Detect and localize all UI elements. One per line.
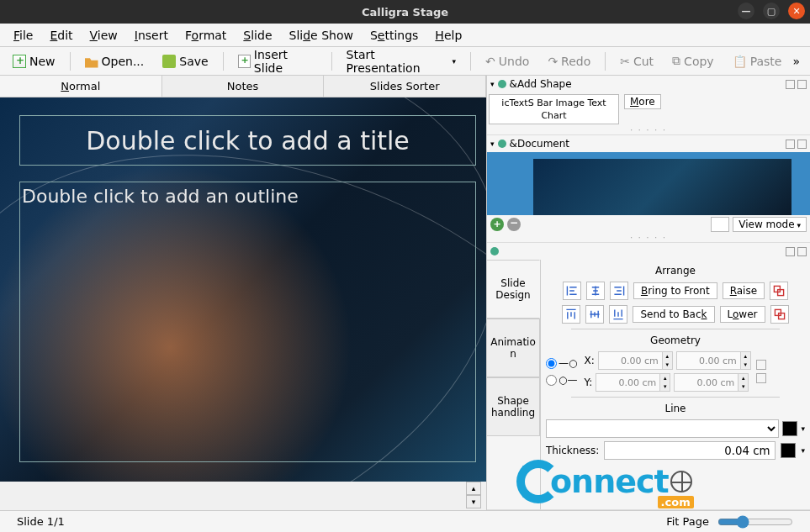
menu-file[interactable]: File bbox=[5, 25, 41, 45]
align-left-button[interactable] bbox=[563, 282, 581, 300]
properties-panel: Slide Design Animation Shape handling Ar… bbox=[487, 243, 810, 510]
separator bbox=[331, 52, 332, 71]
x-input[interactable]: ▴▾ bbox=[598, 351, 673, 370]
undo-button[interactable]: ↶Undo bbox=[478, 51, 537, 71]
anchor-radio-2[interactable]: ○— bbox=[546, 374, 577, 386]
anchor-radio-1[interactable]: —○ bbox=[546, 357, 577, 369]
thickness-label: Thickness: bbox=[546, 445, 599, 456]
document-thumbnail[interactable] bbox=[487, 152, 810, 215]
redo-icon: ↷ bbox=[548, 55, 558, 68]
doc-option-button[interactable] bbox=[711, 217, 729, 232]
panel-grip[interactable]: · · · · · bbox=[487, 234, 810, 242]
menu-bar: File Edit View Insert Format Slide Slide… bbox=[0, 24, 810, 47]
start-presentation-button[interactable]: Start Presentation▾ bbox=[339, 45, 464, 78]
zoom-in-button[interactable]: + bbox=[490, 218, 504, 231]
document-title: &Document bbox=[510, 138, 570, 150]
align-right-button[interactable] bbox=[610, 282, 628, 300]
zoom-fit-label[interactable]: Fit Page bbox=[666, 515, 709, 528]
shape-list[interactable]: icTextS Bar Image Text Chart bbox=[489, 94, 619, 124]
line-heading: Line bbox=[546, 403, 805, 414]
separator bbox=[470, 52, 471, 71]
view-mode-button[interactable]: View mode ▾ bbox=[733, 217, 807, 232]
paste-button[interactable]: 📋Paste bbox=[725, 51, 790, 71]
copy-icon: ⧉ bbox=[672, 54, 680, 68]
bring-to-front-button[interactable]: Bring to Front bbox=[633, 282, 717, 299]
group-button[interactable] bbox=[770, 282, 788, 300]
collapse-icon: ▾ bbox=[490, 140, 495, 148]
new-icon bbox=[13, 55, 26, 68]
send-to-back-button[interactable]: Send to Back bbox=[633, 306, 714, 323]
save-button[interactable]: Save bbox=[155, 51, 215, 71]
window-titlebar: Calligra Stage — ▢ ✕ bbox=[0, 0, 810, 24]
dock-controls[interactable] bbox=[786, 247, 807, 256]
tab-notes[interactable]: Notes bbox=[162, 76, 325, 97]
y-label: Y: bbox=[584, 377, 592, 388]
ungroup-button[interactable] bbox=[770, 305, 789, 324]
menu-settings[interactable]: Settings bbox=[362, 25, 426, 45]
dock-controls[interactable] bbox=[786, 80, 807, 89]
insert-slide-button[interactable]: Insert Slide bbox=[230, 45, 325, 78]
dock-controls[interactable] bbox=[786, 140, 807, 149]
window-title: Calligra Stage bbox=[362, 6, 448, 18]
y-input[interactable]: ▴▾ bbox=[596, 373, 670, 392]
menu-edit[interactable]: Edit bbox=[41, 25, 81, 45]
panel-grip[interactable]: · · · · · bbox=[487, 126, 810, 134]
align-top-button[interactable] bbox=[562, 305, 580, 324]
align-middle-button[interactable] bbox=[585, 305, 604, 324]
width-input[interactable]: ▴▾ bbox=[676, 351, 751, 370]
redo-button[interactable]: ↷Redo bbox=[540, 51, 598, 71]
menu-slide[interactable]: Slide bbox=[235, 25, 280, 45]
title-placeholder[interactable]: Double click to add a title bbox=[19, 115, 476, 166]
line-color-swatch[interactable] bbox=[782, 421, 797, 436]
zoom-out-button[interactable]: − bbox=[507, 218, 521, 231]
separator bbox=[70, 52, 71, 71]
new-button[interactable]: New bbox=[5, 51, 63, 71]
close-button[interactable]: ✕ bbox=[788, 3, 805, 19]
maximize-button[interactable]: ▢ bbox=[763, 3, 780, 19]
align-center-button[interactable] bbox=[586, 282, 605, 300]
line-style-select[interactable] bbox=[546, 419, 779, 438]
zoom-slider[interactable] bbox=[717, 515, 793, 529]
align-bottom-button[interactable] bbox=[609, 305, 627, 324]
scissors-icon: ✂ bbox=[620, 55, 630, 68]
thickness-color-swatch[interactable] bbox=[781, 443, 796, 458]
aspect-lock[interactable] bbox=[756, 360, 766, 383]
open-button[interactable]: Open... bbox=[77, 51, 152, 71]
paste-icon: 📋 bbox=[733, 55, 747, 68]
tab-shape-handling[interactable]: Shape handling bbox=[487, 377, 540, 436]
slide-canvas[interactable]: Double click to add a title Double click… bbox=[0, 97, 486, 482]
lock-icon bbox=[498, 80, 506, 88]
tab-slides-sorter[interactable]: Slides Sorter bbox=[324, 76, 486, 97]
tab-normal[interactable]: Normal bbox=[0, 76, 162, 97]
property-tabs: Slide Design Animation Shape handling bbox=[487, 260, 540, 509]
document-header[interactable]: ▾ &Document bbox=[487, 135, 810, 152]
thickness-input[interactable] bbox=[604, 441, 776, 460]
tab-slide-design[interactable]: Slide Design bbox=[487, 260, 540, 319]
menu-slideshow[interactable]: Slide Show bbox=[281, 25, 362, 45]
outline-placeholder[interactable]: Double click to add an outline bbox=[19, 182, 476, 462]
menu-format[interactable]: Format bbox=[177, 25, 235, 45]
document-panel: ▾ &Document + − View mode ▾ · · · · · bbox=[487, 135, 810, 243]
insert-slide-icon bbox=[238, 55, 251, 68]
lower-button[interactable]: Lower bbox=[720, 306, 765, 323]
properties-header[interactable] bbox=[487, 243, 810, 260]
slide-prev-button[interactable]: ▴ bbox=[466, 482, 481, 495]
menu-help[interactable]: Help bbox=[426, 25, 470, 45]
cut-button[interactable]: ✂Cut bbox=[612, 51, 661, 71]
view-tabs: Normal Notes Slides Sorter bbox=[0, 76, 486, 97]
menu-insert[interactable]: Insert bbox=[126, 25, 177, 45]
more-shapes-button[interactable]: More bbox=[624, 94, 661, 109]
open-icon bbox=[85, 55, 98, 68]
menu-view[interactable]: View bbox=[82, 25, 126, 45]
main-area: Normal Notes Slides Sorter Double click … bbox=[0, 76, 810, 510]
main-toolbar: New Open... Save Insert Slide Start Pres… bbox=[0, 47, 810, 76]
tab-animation[interactable]: Animation bbox=[487, 319, 540, 377]
add-shape-header[interactable]: ▾ &Add Shape bbox=[487, 76, 810, 92]
undo-icon: ↶ bbox=[485, 55, 495, 68]
minimize-button[interactable]: — bbox=[738, 3, 754, 19]
toolbar-overflow[interactable]: » bbox=[792, 55, 800, 68]
slide-next-button[interactable]: ▾ bbox=[466, 495, 481, 508]
raise-button[interactable]: Raise bbox=[723, 282, 765, 299]
height-input[interactable]: ▴▾ bbox=[674, 373, 749, 392]
copy-button[interactable]: ⧉Copy bbox=[664, 50, 722, 71]
